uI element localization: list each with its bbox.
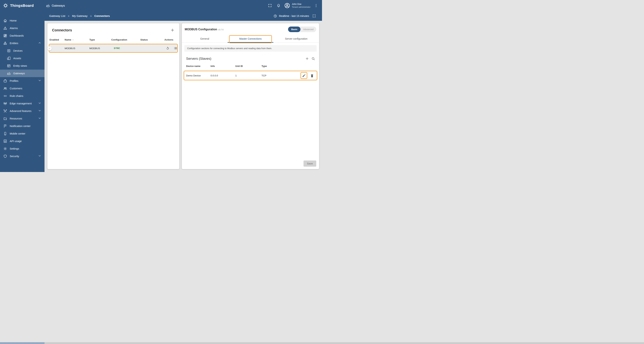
dashboards-icon — [3, 34, 7, 38]
notification-flag-icon — [3, 124, 7, 128]
configuration-chip: SYNC — [111, 46, 122, 50]
realtime-range-button[interactable]: Realtime - last 15 minutes — [279, 14, 309, 17]
column-device-name: Device name — [186, 65, 210, 67]
plus-icon — [305, 57, 309, 61]
tab-master-connections[interactable]: Master Connections — [228, 35, 273, 42]
servers-table-header: Device name Info Unit ID Type — [182, 62, 319, 70]
connector-logs-button[interactable] — [172, 45, 179, 51]
server-type: TCP — [262, 74, 298, 77]
tab-server-configuration[interactable]: Server configuration — [273, 35, 319, 42]
connectors-table-header: Enabled Name ↑ Type Configuration Status… — [48, 36, 179, 43]
sidebar-label: Mobile center — [10, 132, 25, 135]
restart-icon — [166, 46, 170, 50]
tab-general[interactable]: General — [182, 35, 228, 42]
column-configuration: Configuration — [111, 38, 140, 41]
column-type: Type — [90, 38, 111, 41]
sidebar-item-home[interactable]: Home — [0, 17, 44, 24]
sidebar-item-mobile-center[interactable]: Mobile center — [0, 130, 44, 137]
save-button[interactable]: Save — [304, 161, 316, 167]
breadcrumb-separator: > — [68, 15, 70, 17]
column-type: Type — [262, 65, 298, 67]
sidebar-label: Advanced features — [10, 110, 32, 112]
modbus-configuration-card: MODBUS Configuration v3.7.6 Basic Advanc… — [182, 23, 319, 169]
sidebar-item-devices[interactable]: Devices — [0, 47, 44, 54]
sidebar-item-entity-views[interactable]: Entity views — [0, 62, 44, 70]
column-name-sort[interactable]: Name ↑ — [64, 38, 90, 41]
sidebar-label: Rule chains — [10, 94, 23, 97]
sidebar-label: Profiles — [10, 79, 18, 82]
settings-gear-icon — [3, 147, 7, 151]
gateway-icon — [46, 3, 50, 7]
server-info: 0.0.0.0 — [210, 74, 235, 77]
more-menu-button[interactable] — [312, 2, 320, 9]
sidebar-item-api-usage[interactable]: API usage — [0, 137, 44, 145]
edge-management-icon — [3, 101, 7, 105]
edit-server-button[interactable] — [301, 73, 307, 78]
sidebar-label: API usage — [10, 140, 22, 143]
breadcrumb-gateway-list[interactable]: Gateway List — [49, 14, 65, 17]
app-logo[interactable]: ThingsBoard — [0, 3, 44, 8]
basic-mode-button[interactable]: Basic — [288, 26, 300, 32]
check-icon — [48, 47, 51, 50]
sidebar-item-resources[interactable]: Resources — [0, 115, 44, 122]
advanced-mode-button[interactable]: Advanced — [300, 26, 316, 32]
sidebar-item-alarms[interactable]: Alarms — [0, 24, 44, 32]
user-menu[interactable]: John Doe Tenant administrator — [284, 2, 311, 8]
breadcrumb-connectors[interactable]: Connectors — [94, 14, 110, 17]
chevron-down-icon — [38, 79, 42, 83]
home-icon — [3, 19, 7, 22]
rule-chains-icon — [3, 94, 7, 98]
sidebar-item-profiles[interactable]: Profiles — [0, 77, 44, 85]
sidebar-label: Edge management — [10, 102, 32, 105]
sidebar-item-assets[interactable]: Assets — [0, 54, 44, 62]
alarm-warning-icon — [3, 26, 7, 30]
sidebar-item-advanced-features[interactable]: Advanced features — [0, 107, 44, 115]
connector-row-modbus[interactable]: MODBUS MODBUS SYNC — [49, 44, 177, 52]
expand-time-button[interactable] — [311, 13, 317, 19]
connectors-card: Connectors Enabled Name ↑ Type Configura… — [48, 23, 179, 169]
server-device-name: Demo Device — [186, 74, 210, 77]
annotation-connector-row: MODBUS MODBUS SYNC — [49, 44, 178, 53]
sidebar-label: Security — [10, 155, 19, 158]
sidebar-item-security[interactable]: Security — [0, 152, 44, 160]
sidebar-item-settings[interactable]: Settings — [0, 145, 44, 152]
active-tab-underline — [228, 42, 273, 43]
sidebar-item-gateways[interactable]: Gateways — [0, 70, 44, 77]
page-header: Gateways — [46, 3, 65, 7]
sort-asc-icon: ↑ — [72, 38, 74, 41]
fullscreen-button[interactable] — [266, 2, 274, 9]
user-name: John Doe — [292, 3, 310, 6]
delete-server-button[interactable] — [309, 73, 315, 78]
add-server-button[interactable] — [304, 56, 310, 62]
search-servers-button[interactable] — [310, 56, 316, 62]
sidebar-item-customers[interactable]: Customers — [0, 85, 44, 92]
entity-views-icon — [7, 64, 11, 68]
add-connector-button[interactable] — [169, 27, 176, 33]
topbar: ThingsBoard Gateways John Doe Tenant adm… — [0, 0, 322, 11]
assets-icon — [7, 56, 11, 60]
sidebar-item-entities[interactable]: Entities — [0, 39, 44, 47]
server-unit-id: 1 — [235, 74, 262, 77]
avatar-icon — [284, 2, 290, 8]
sidebar-item-dashboards[interactable]: Dashboards — [0, 32, 44, 39]
sidebar-label: Alarms — [10, 27, 18, 29]
security-shield-icon — [3, 154, 7, 158]
sidebar-label: Home — [10, 19, 17, 22]
column-enabled: Enabled — [50, 38, 64, 41]
breadcrumb-my-gateway[interactable]: My Gateway — [72, 14, 88, 17]
restart-connector-button[interactable] — [164, 45, 171, 51]
annotation-server-row: Demo Device 0.0.0.0 1 TCP — [184, 71, 317, 80]
column-info: Info — [210, 65, 235, 67]
sidebar-label: Entity views — [13, 64, 27, 67]
sidebar-item-rule-chains[interactable]: Rule chains — [0, 92, 44, 100]
sidebar-item-notification-center[interactable]: Notification center — [0, 122, 44, 130]
advanced-features-icon — [3, 109, 7, 113]
column-unit-id: Unit ID — [235, 65, 262, 67]
page-title: Gateways — [52, 4, 65, 7]
server-row-demo-device[interactable]: Demo Device 0.0.0.0 1 TCP — [184, 71, 317, 80]
sidebar-label: Resources — [10, 117, 22, 120]
notifications-button[interactable] — [275, 2, 282, 9]
gateway-icon — [7, 71, 11, 75]
sidebar-item-edge-management[interactable]: Edge management — [0, 100, 44, 107]
clock-icon — [273, 14, 277, 18]
